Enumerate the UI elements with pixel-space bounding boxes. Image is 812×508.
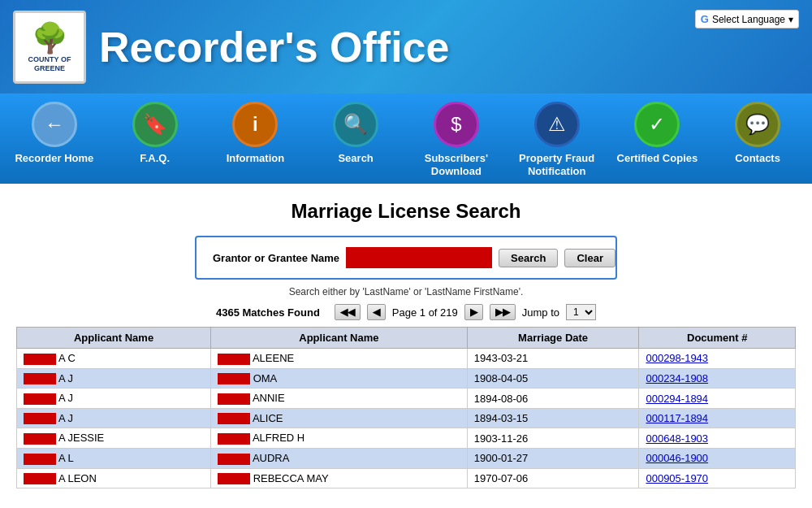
redacted-block [218,373,250,384]
redacted-block [24,473,56,484]
marriage-date: 1970-07-06 [467,468,639,488]
nav-faq[interactable]: 🔖 F.A.Q. [110,102,200,165]
nav-circle-subscribers: $ [434,102,479,147]
marriage-date: 1943-03-21 [467,349,639,369]
google-g-icon: G [701,13,709,25]
redacted-block [24,454,56,465]
table-header-row: Applicant Name Applicant Name Marriage D… [17,328,796,349]
nav-label-subscribers: Subscribers' Download [412,152,501,177]
col-applicant-name-2: Applicant Name [211,328,468,349]
redacted-block [218,393,250,405]
nav-information[interactable]: i Information [210,102,300,165]
search-icon: 🔍 [343,113,368,136]
redacted-block [24,393,56,405]
site-title: Recorder's Office [99,23,449,72]
nav-property-fraud[interactable]: ⚠ Property Fraud Notification [512,102,602,177]
redacted-block [24,433,56,445]
nav-label-search: Search [338,152,373,165]
nav-label-contacts: Contacts [735,152,780,165]
back-arrow-icon: ← [45,113,64,136]
nav-circle-faq: 🔖 [132,102,178,147]
marriage-date: 1900-01-27 [467,449,639,469]
marriage-date: 1908-04-05 [467,368,639,389]
next-page-button[interactable]: ▶ [464,304,483,320]
applicant-name-2: ALEENE [211,349,468,369]
first-page-button[interactable]: ◀◀ [335,304,361,320]
prev-page-button[interactable]: ◀ [367,304,386,320]
document-number[interactable]: 000905-1970 [639,468,796,488]
logo-name-text: GREENE [34,64,65,73]
applicant-name-2: ALICE [211,408,468,428]
document-number[interactable]: 000117-1894 [639,408,796,428]
document-link[interactable]: 000298-1943 [646,352,708,364]
navbar: ← Recorder Home 🔖 F.A.Q. i Information 🔍… [0,93,812,184]
redacted-block [24,354,56,365]
applicant-name-1: A J [17,408,211,428]
table-row: A J ALICE1894-03-15000117-1894 [17,408,796,428]
document-number[interactable]: 000234-1908 [639,368,796,389]
table-row: A J OMA1908-04-05000234-1908 [17,368,796,389]
table-row: A L AUDRA1900-01-27000046-1900 [17,449,796,469]
nav-certified-copies[interactable]: ✓ Certified Copies [612,102,702,165]
document-link[interactable]: 000234-1908 [646,372,708,384]
search-hint: Search either by 'LastName' or 'LastName… [16,286,796,297]
search-button[interactable]: Search [499,249,558,267]
info-icon: i [253,113,258,136]
document-link[interactable]: 000294-1894 [646,393,708,405]
marriage-date: 1903-11-26 [467,428,639,449]
redacted-block [218,433,250,445]
nav-label-recorder-home: Recorder Home [15,152,93,165]
document-number[interactable]: 000648-1903 [639,428,796,449]
applicant-name-2: OMA [211,368,468,389]
document-number[interactable]: 000046-1900 [639,449,796,469]
logo: 🌳 COUNTY OF GREENE [13,11,86,84]
document-number[interactable]: 000298-1943 [639,349,796,369]
pagination-row: 4365 Matches Found ◀◀ ◀ Page 1 of 219 ▶ … [16,304,796,320]
document-link[interactable]: 000648-1903 [646,432,708,445]
language-select[interactable]: G Select Language ▾ [695,10,799,28]
nav-subscribers[interactable]: $ Subscribers' Download [412,102,501,177]
header: 🌳 COUNTY OF GREENE Recorder's Office G S… [0,0,812,93]
redacted-block [24,373,56,384]
applicant-name-1: A J [17,389,211,409]
last-page-button[interactable]: ▶▶ [490,304,516,320]
redacted-block [218,413,250,424]
table-row: A JESSIE ALFRED H1903-11-26000648-1903 [17,428,796,449]
nav-circle-contacts: 💬 [735,102,780,147]
table-row: A J ANNIE1894-08-06000294-1894 [17,389,796,409]
warning-icon: ⚠ [548,113,566,136]
nav-circle-search: 🔍 [333,102,378,147]
main-content: Marriage License Search Grantor or Grant… [0,184,812,497]
table-row: A LEON REBECCA MAY1970-07-06000905-1970 [17,468,796,488]
nav-label-information: Information [227,152,285,165]
nav-contacts[interactable]: 💬 Contacts [713,102,802,165]
logo-county-text: COUNTY OF [28,55,71,64]
checkmark-icon: ✓ [649,113,665,136]
applicant-name-2: REBECCA MAY [211,468,468,488]
lang-chevron-icon: ▾ [788,14,793,25]
jump-label: Jump to [522,306,559,319]
nav-label-faq: F.A.Q. [140,152,170,165]
applicant-name-2: ALFRED H [211,428,468,449]
marriage-date: 1894-08-06 [467,389,639,409]
clear-button[interactable]: Clear [564,249,615,267]
document-link[interactable]: 000905-1970 [646,472,708,484]
search-box: Grantor or Grantee Name Search Clear [195,236,617,280]
nav-label-property-fraud: Property Fraud Notification [512,152,602,177]
jump-select[interactable]: 1 [566,304,596,320]
document-number[interactable]: 000294-1894 [639,389,796,409]
logo-tree-icon: 🌳 [32,21,68,55]
applicant-name-2: AUDRA [211,449,468,469]
document-link[interactable]: 000046-1900 [646,452,708,464]
search-row: Grantor or Grantee Name Search Clear [213,247,599,268]
applicant-name-2: ANNIE [211,389,468,409]
col-marriage-date: Marriage Date [467,328,639,349]
matches-found: 4365 Matches Found [216,306,320,319]
redacted-block [218,354,250,365]
search-input[interactable] [346,247,492,268]
document-link[interactable]: 000117-1894 [646,412,708,424]
redacted-block [218,454,250,465]
col-document-num: Document # [639,328,796,349]
nav-search[interactable]: 🔍 Search [311,102,400,165]
nav-recorder-home[interactable]: ← Recorder Home [10,102,99,165]
